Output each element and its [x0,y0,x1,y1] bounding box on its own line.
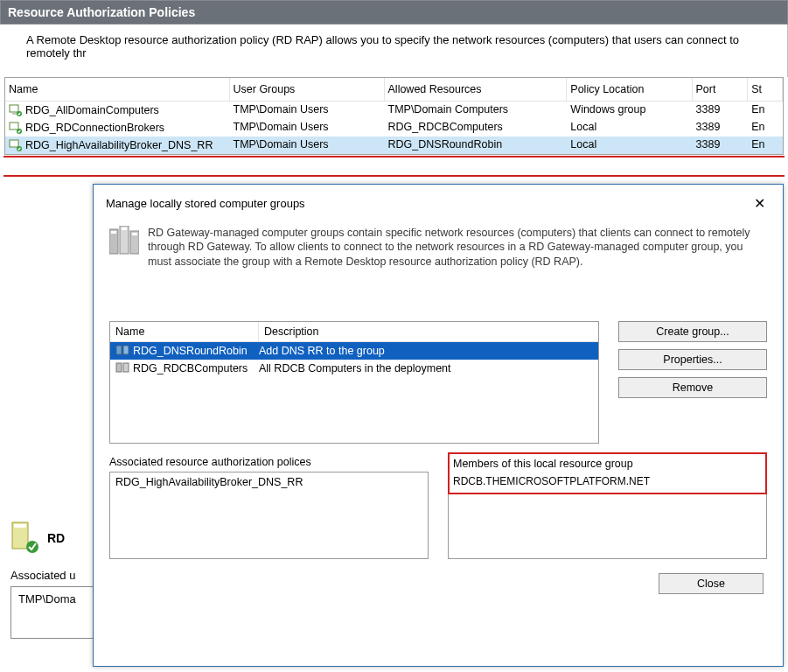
list-col-desc[interactable]: Description [259,322,598,341]
list-col-name[interactable]: Name [110,322,259,341]
close-button[interactable]: Close [659,573,764,594]
list-item[interactable]: RDG_DNSRoundRobin Add DNS RR to the grou… [110,342,598,360]
background-assoc-label: Associated u [10,569,75,582]
col-header-location[interactable]: Policy Location [567,78,692,101]
close-icon[interactable]: ✕ [749,193,771,214]
policy-location: Local [567,137,692,153]
associated-policies-label: Associated resource authorization police… [109,456,429,468]
highlight-annotation [3,156,785,158]
associated-policy-value: RDG_HighAvailabilityBroker_DNS_RR [115,476,303,488]
group-name: RDG_DNSRoundRobin [133,345,248,357]
policy-icon [9,138,23,152]
svg-rect-13 [122,228,127,230]
policy-name: RDG_AllDomainComputers [25,104,159,116]
svg-rect-14 [132,233,137,235]
policy-name: RDG_HighAvailabilityBroker_DNS_RR [25,139,213,151]
highlight-annotation [3,175,785,177]
computer-group-icon [115,344,129,358]
policy-status: En [748,137,783,153]
policy-allowed: RDG_DNSRoundRobin [385,137,568,153]
group-desc: Add DNS RR to the group [259,345,385,357]
table-row[interactable]: RDG_RDConnectionBrokers TMP\Domain Users… [5,119,783,136]
policy-location: Local [567,120,692,136]
members-box[interactable] [448,494,767,559]
svg-rect-7 [14,524,26,528]
background-rd-label: RD [47,531,65,545]
svg-rect-16 [123,346,129,354]
policy-icon [9,103,23,117]
policy-user-groups: TMP\Domain Users [230,102,385,118]
members-value: RDCB.THEMICROSOFTPLATFORM.NET [453,473,762,489]
policy-allowed: RDG_RDCBComputers [385,120,568,136]
svg-rect-0 [10,105,18,112]
policy-status: En [748,102,783,118]
policy-table: Name User Groups Allowed Resources Polic… [4,77,784,155]
col-header-allowed[interactable]: Allowed Resources [385,78,568,101]
svg-rect-4 [10,140,18,147]
policy-port: 3389 [693,102,749,118]
group-name: RDG_RDCBComputers [133,362,248,374]
server-icon [10,521,40,556]
col-header-status[interactable]: St [748,78,783,101]
group-desc: All RDCB Computers in the deployment [259,362,451,374]
policy-user-groups: TMP\Domain Users [230,120,385,136]
policy-name: RDG_RDConnectionBrokers [25,122,164,134]
highlight-annotation: Members of this local resource group RDC… [448,452,767,494]
policy-table-header: Name User Groups Allowed Resources Polic… [5,78,783,102]
policy-user-groups: TMP\Domain Users [230,137,385,153]
computer-groups-list[interactable]: Name Description RDG_DNSRoundRobin Add D… [109,321,599,444]
svg-rect-12 [111,231,116,234]
manage-groups-dialog: Manage locally stored computer groups ✕ … [93,184,784,667]
computer-group-icon [115,361,129,375]
dialog-title: Manage locally stored computer groups [106,197,305,210]
servers-icon [109,226,139,261]
panel-intro-text: A Remote Desktop resource authorization … [0,24,788,77]
policy-allowed: TMP\Domain Computers [385,102,568,118]
table-row[interactable]: RDG_AllDomainComputers TMP\Domain Users … [5,102,783,119]
background-assoc-value: TMP\Doma [18,592,76,606]
table-row[interactable]: RDG_HighAvailabilityBroker_DNS_RR TMP\Do… [5,136,783,154]
col-header-user-groups[interactable]: User Groups [230,78,385,101]
background-section-title: RD [10,521,65,556]
dialog-info-text: RD Gateway-managed computer groups conta… [148,226,767,269]
policy-port: 3389 [693,120,749,136]
policy-status: En [748,120,783,136]
remove-button[interactable]: Remove [618,377,767,398]
associated-policies-box[interactable]: RDG_HighAvailabilityBroker_DNS_RR [109,472,429,559]
svg-rect-17 [116,363,122,372]
policy-location: Windows group [567,102,692,118]
policy-icon [9,121,23,135]
svg-rect-18 [123,363,129,372]
panel-title: Resource Authorization Policies [0,0,788,24]
create-group-button[interactable]: Create group... [618,321,767,342]
svg-rect-15 [116,346,122,354]
list-item[interactable]: RDG_RDCBComputers All RDCB Computers in … [110,360,598,377]
policy-port: 3389 [693,137,749,153]
list-header: Name Description [110,322,598,342]
col-header-port[interactable]: Port [693,78,749,101]
properties-button[interactable]: Properties... [618,349,767,370]
svg-rect-2 [10,122,18,130]
col-header-name[interactable]: Name [5,78,230,101]
members-label: Members of this local resource group [453,458,762,470]
